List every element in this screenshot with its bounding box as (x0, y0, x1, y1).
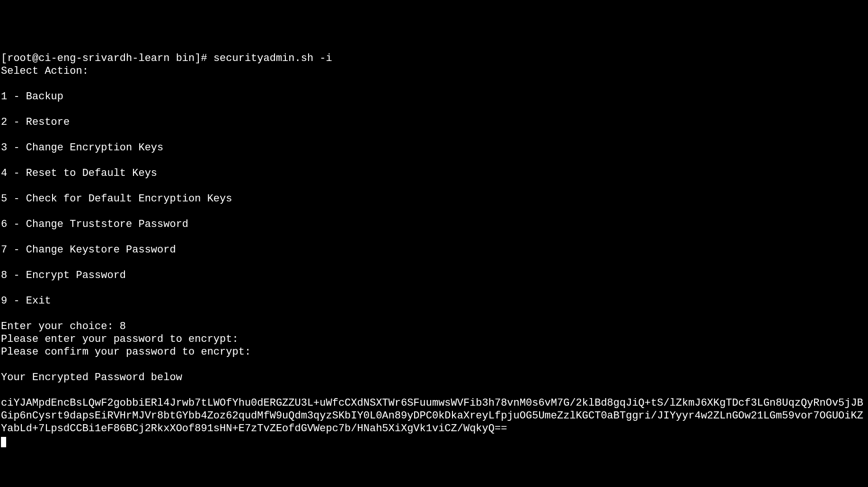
shell-prompt: [root@ci-eng-srivardh-learn bin]# (1, 52, 213, 64)
menu-option-5: 5 - Check for Default Encryption Keys (1, 193, 232, 205)
select-action-header: Select Action: (1, 65, 89, 77)
password-prompt-1: Please enter your password to encrypt: (1, 333, 239, 345)
menu-option-8: 8 - Encrypt Password (1, 270, 126, 281)
encrypted-header: Your Encrypted Password below (1, 372, 182, 383)
enter-choice-prompt: Enter your choice: (1, 321, 120, 332)
password-prompt-2: Please confirm your password to encrypt: (1, 346, 251, 358)
encrypted-password-value: ciYJAMpdEncBsLQwF2gobbiERl4Jrwb7tLWOfYhu… (1, 397, 863, 435)
menu-option-2: 2 - Restore (1, 116, 70, 128)
cursor-icon (1, 437, 6, 447)
menu-option-3: 3 - Change Encryption Keys (1, 142, 163, 154)
menu-option-9: 9 - Exit (1, 295, 51, 307)
menu-option-6: 6 - Change Truststore Password (1, 218, 188, 230)
terminal-output[interactable]: [root@ci-eng-srivardh-learn bin]# securi… (1, 52, 867, 448)
menu-option-4: 4 - Reset to Default Keys (1, 167, 157, 179)
command-input: securityadmin.sh -i (213, 52, 332, 64)
menu-option-1: 1 - Backup (1, 91, 63, 103)
choice-value: 8 (120, 321, 126, 332)
menu-option-7: 7 - Change Keystore Password (1, 244, 176, 256)
